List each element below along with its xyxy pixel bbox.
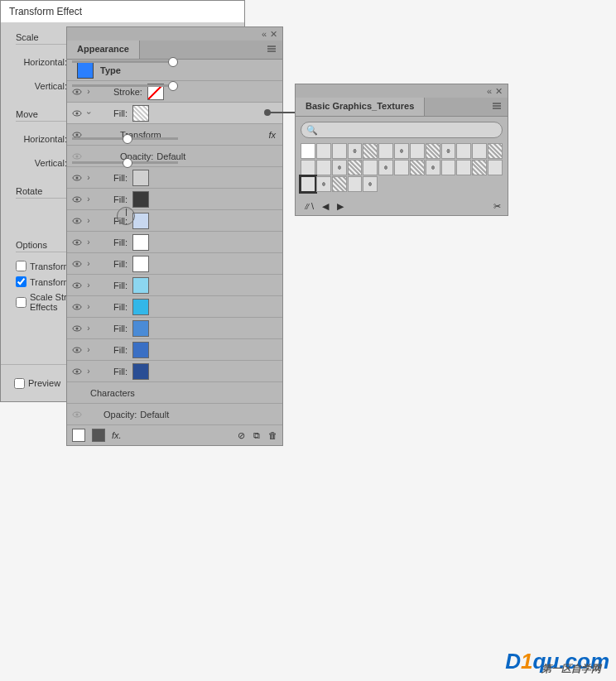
- texture-swatch[interactable]: [363, 176, 378, 192]
- edit-icon[interactable]: ✂: [493, 201, 501, 212]
- expand-icon[interactable]: ›: [84, 216, 94, 225]
- texture-swatch[interactable]: [348, 176, 363, 192]
- expand-icon[interactable]: ›: [84, 324, 94, 333]
- texture-swatch[interactable]: [410, 143, 425, 159]
- texture-swatch[interactable]: [316, 176, 331, 192]
- visibility-icon[interactable]: [70, 279, 84, 292]
- fill-swatch[interactable]: [132, 234, 149, 251]
- texture-swatch[interactable]: [441, 160, 456, 175]
- expand-icon[interactable]: ›: [84, 173, 94, 182]
- close-icon[interactable]: ✕: [495, 86, 503, 97]
- fill-swatch[interactable]: [132, 277, 149, 294]
- texture-swatch[interactable]: [363, 160, 378, 175]
- visibility-icon[interactable]: [70, 365, 84, 378]
- fill-row[interactable]: ›Fill:: [67, 339, 282, 361]
- visibility-icon[interactable]: [70, 257, 84, 271]
- texture-swatch[interactable]: [332, 176, 347, 192]
- fill-swatch[interactable]: [132, 320, 149, 337]
- trash-icon[interactable]: 🗑: [268, 430, 277, 441]
- fill-pattern-row[interactable]: › Fill:: [67, 103, 282, 124]
- expand-icon[interactable]: ›: [84, 302, 94, 311]
- visibility-icon[interactable]: [70, 236, 84, 249]
- texture-swatch[interactable]: [363, 143, 378, 159]
- texture-swatch[interactable]: [316, 143, 331, 159]
- fill-row[interactable]: ›Fill:: [67, 275, 282, 296]
- fill-row[interactable]: ›Fill:: [67, 318, 282, 339]
- flyout-menu-icon[interactable]: [491, 100, 503, 113]
- collapse-icon[interactable]: «: [262, 29, 267, 39]
- texture-search[interactable]: 🔍: [301, 122, 503, 138]
- texture-swatch[interactable]: [332, 160, 347, 175]
- texture-swatch[interactable]: [378, 143, 393, 159]
- opacity-row[interactable]: Opacity: Default: [67, 146, 282, 167]
- move-v-slider[interactable]: [72, 161, 178, 164]
- fill-swatch[interactable]: [132, 191, 149, 208]
- texture-swatch[interactable]: [426, 160, 440, 175]
- texture-swatch[interactable]: [394, 160, 409, 175]
- visibility-icon[interactable]: [70, 322, 84, 335]
- texture-swatch[interactable]: [410, 160, 425, 175]
- prev-icon[interactable]: ◀: [322, 201, 329, 212]
- clear-icon[interactable]: ⊘: [238, 430, 245, 441]
- fill-swatch[interactable]: [132, 170, 149, 186]
- expand-icon[interactable]: ›: [84, 108, 94, 118]
- texture-swatch[interactable]: [301, 160, 315, 175]
- expand-icon[interactable]: ›: [84, 259, 94, 268]
- texture-swatch[interactable]: [316, 160, 331, 175]
- fill-row[interactable]: ›Fill:: [67, 253, 282, 275]
- fill-row[interactable]: ›Fill:: [67, 189, 282, 210]
- visibility-icon[interactable]: [70, 300, 84, 314]
- library-icon[interactable]: ⫽\: [302, 201, 314, 211]
- preview-check[interactable]: Preview: [14, 378, 60, 389]
- fill-row[interactable]: ›Fill:: [67, 361, 282, 382]
- search-input[interactable]: [318, 123, 502, 137]
- visibility-icon[interactable]: [70, 343, 84, 357]
- fill-row[interactable]: ›Fill:: [67, 210, 282, 232]
- texture-swatch[interactable]: [456, 160, 471, 175]
- close-icon[interactable]: ✕: [270, 29, 277, 40]
- expand-icon[interactable]: ›: [84, 237, 94, 247]
- angle-dial[interactable]: [117, 207, 135, 225]
- expand-icon[interactable]: ›: [84, 194, 94, 204]
- next-icon[interactable]: ▶: [337, 201, 344, 212]
- fill-swatch[interactable]: [132, 213, 149, 229]
- expand-icon[interactable]: ›: [84, 281, 94, 290]
- texture-swatch[interactable]: [348, 160, 363, 175]
- texture-swatch[interactable]: [426, 143, 440, 159]
- texture-swatch[interactable]: [472, 160, 487, 175]
- visibility-icon[interactable]: [70, 171, 84, 185]
- expand-icon[interactable]: ›: [84, 345, 94, 354]
- texture-swatch[interactable]: [301, 176, 315, 192]
- fx-button[interactable]: fx.: [112, 430, 122, 440]
- scale-v-slider[interactable]: [72, 84, 178, 87]
- new-stroke-icon[interactable]: [72, 429, 85, 442]
- new-fill-icon[interactable]: [92, 429, 105, 442]
- expand-icon[interactable]: ›: [84, 87, 94, 96]
- fill-row[interactable]: ›Fill:: [67, 167, 282, 189]
- fill-swatch[interactable]: [132, 105, 149, 122]
- move-h-slider[interactable]: [72, 137, 178, 140]
- fill-swatch[interactable]: [132, 363, 149, 380]
- collapse-icon[interactable]: «: [487, 86, 492, 96]
- texture-swatch[interactable]: [301, 143, 315, 159]
- flyout-menu-icon[interactable]: [266, 43, 277, 56]
- fx-icon[interactable]: fx: [268, 130, 276, 140]
- texture-swatch[interactable]: [456, 143, 471, 159]
- texture-swatch[interactable]: [394, 143, 409, 159]
- texture-swatch[interactable]: [332, 143, 347, 159]
- visibility-icon[interactable]: [70, 214, 84, 228]
- fill-swatch[interactable]: [132, 256, 149, 272]
- visibility-icon[interactable]: [70, 193, 84, 206]
- appearance-tab[interactable]: Appearance: [67, 41, 140, 59]
- fill-row[interactable]: ›Fill:: [67, 296, 282, 318]
- characters-row[interactable]: Characters: [67, 382, 282, 404]
- texture-swatch[interactable]: [378, 160, 393, 175]
- bottom-opacity-row[interactable]: Opacity: Default: [67, 404, 282, 425]
- texture-swatch[interactable]: [348, 143, 363, 159]
- duplicate-icon[interactable]: ⧉: [253, 430, 260, 441]
- texture-swatch[interactable]: [488, 160, 503, 175]
- visibility-icon[interactable]: [70, 107, 84, 120]
- transform-row[interactable]: Transform fx: [67, 124, 282, 146]
- scale-h-slider[interactable]: [72, 60, 178, 63]
- fill-swatch[interactable]: [132, 342, 149, 358]
